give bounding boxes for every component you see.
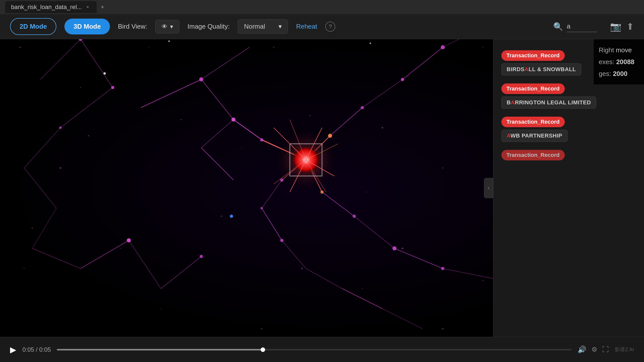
svg-point-88 (199, 77, 203, 81)
svg-line-41 (60, 87, 113, 128)
search-results-panel: Right move exes: 20088 ges: 2000 Transac… (493, 39, 644, 337)
result-badge-partial: Transaction_Record (501, 150, 565, 160)
svg-line-48 (161, 256, 201, 289)
svg-line-71 (443, 39, 483, 47)
svg-point-107 (200, 255, 203, 258)
svg-point-20 (482, 47, 483, 48)
play-button[interactable]: ▶ (10, 345, 16, 354)
progress-dot (261, 347, 265, 352)
svg-line-77 (354, 216, 394, 248)
panel-collapse-handle[interactable]: ‹ (484, 178, 493, 198)
toolbar-actions: 📷 ⬆ (610, 21, 634, 32)
bird-view-button[interactable]: 👁 ▾ (155, 20, 179, 33)
fullscreen-icon[interactable]: ⛶ (602, 346, 609, 353)
search-icon: 🔍 (553, 22, 563, 31)
svg-point-89 (231, 118, 235, 122)
svg-point-119 (230, 215, 233, 218)
2d-mode-button[interactable]: 2D Mode (10, 18, 56, 35)
camera-icon[interactable]: 📷 (610, 21, 621, 32)
settings-icon[interactable]: ⚙ (591, 346, 597, 353)
svg-line-53 (201, 47, 250, 79)
svg-line-47 (129, 240, 161, 289)
svg-point-86 (111, 86, 114, 89)
svg-line-40 (80, 39, 113, 87)
dropdown-arrow-icon: ▾ (278, 23, 282, 30)
svg-point-34 (20, 47, 21, 48)
svg-point-97 (401, 78, 404, 81)
result-badge: Transaction_Record (501, 117, 565, 127)
result-badge: Transaction_Record (501, 50, 565, 61)
search-input[interactable] (567, 21, 597, 32)
svg-line-46 (80, 240, 129, 268)
search-container: 🔍 (553, 21, 597, 32)
svg-line-63 (262, 208, 282, 240)
svg-point-11 (301, 268, 303, 269)
svg-point-4 (80, 87, 81, 88)
svg-line-42 (24, 128, 60, 168)
svg-point-121 (168, 40, 170, 42)
svg-line-67 (382, 309, 423, 329)
logo-watermark: 影谱Z AI (615, 346, 634, 353)
svg-point-26 (148, 47, 149, 48)
svg-line-65 (306, 268, 342, 289)
svg-point-8 (32, 228, 33, 229)
svg-point-13 (261, 328, 262, 330)
svg-line-69 (362, 79, 403, 108)
svg-point-23 (382, 127, 383, 128)
image-quality-select[interactable]: Normal ▾ (238, 19, 288, 34)
svg-point-15 (442, 328, 444, 330)
vertices-stat: exes: 20088 (599, 56, 639, 68)
svg-line-45 (32, 248, 80, 268)
edges-stat: ges: 2000 (599, 68, 639, 80)
right-direction-label: Right move (599, 44, 639, 56)
svg-point-31 (402, 248, 403, 249)
svg-line-44 (32, 208, 56, 248)
svg-point-94 (260, 207, 263, 209)
browser-tab[interactable]: bank_risk_loan_data_rel... × (5, 1, 97, 13)
search-result-item[interactable]: Transaction_Record BARRINGTON LEGAL LIMI… (501, 83, 636, 109)
result-badge: Transaction_Record (501, 83, 565, 94)
share-icon[interactable]: ⬆ (626, 21, 634, 32)
svg-point-98 (441, 45, 445, 49)
svg-point-122 (370, 42, 371, 44)
svg-line-62 (262, 180, 282, 208)
svg-point-27 (88, 135, 89, 137)
svg-line-39 (40, 39, 80, 79)
svg-point-29 (309, 115, 311, 116)
svg-point-102 (353, 215, 356, 218)
chevron-left-icon: ‹ (488, 185, 489, 191)
svg-point-104 (441, 267, 445, 270)
svg-point-9 (120, 248, 121, 249)
svg-line-57 (201, 148, 233, 180)
search-result-item[interactable]: Transaction_Record AWB PARTNERSHIP (501, 117, 636, 142)
svg-point-96 (361, 106, 364, 109)
svg-point-95 (280, 239, 284, 242)
playbar-icons: 🔊 ⚙ ⛶ (578, 345, 609, 354)
tab-title: bank_risk_loan_data_rel... (11, 4, 82, 11)
svg-point-92 (320, 191, 324, 194)
volume-icon[interactable]: 🔊 (578, 345, 586, 354)
svg-point-5 (181, 119, 182, 120)
svg-point-120 (103, 72, 106, 75)
3d-mode-button[interactable]: 3D Mode (64, 19, 110, 34)
svg-point-87 (59, 126, 62, 129)
svg-point-3 (273, 47, 274, 48)
canvas-area[interactable]: Right move exes: 20088 ges: 2000 Transac… (0, 39, 644, 337)
playbar: ▶ 0:05 / 0:05 🔊 ⚙ ⛶ 影谱Z AI (0, 337, 644, 362)
tab-close-button[interactable]: × (85, 4, 91, 10)
new-tab-button[interactable]: + (98, 2, 108, 12)
svg-line-56 (201, 120, 233, 148)
svg-point-14 (362, 288, 363, 289)
svg-line-52 (141, 79, 201, 108)
reheat-button[interactable]: Reheat (296, 23, 317, 30)
result-name: BIRDSALL & SNOWBALL (501, 63, 581, 75)
progress-bar[interactable] (57, 349, 572, 350)
svg-point-32 (482, 280, 484, 281)
svg-point-7 (60, 167, 61, 169)
result-name: AWB PARTNERSHIP (501, 130, 568, 142)
svg-point-24 (442, 167, 444, 169)
svg-line-66 (342, 289, 382, 309)
help-button[interactable]: ? (325, 22, 335, 32)
svg-line-76 (322, 192, 354, 216)
quality-value: Normal (244, 23, 265, 30)
